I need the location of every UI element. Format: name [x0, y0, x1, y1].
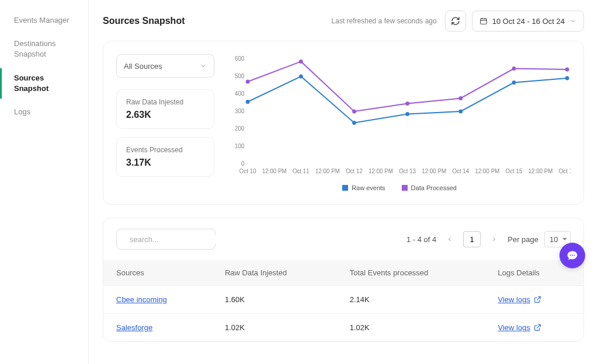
source-link[interactable]: Salesforge: [116, 323, 152, 332]
svg-point-28: [246, 80, 250, 84]
svg-point-33: [512, 66, 516, 71]
cell-logs: View logs: [485, 286, 583, 314]
sources-table-card: 1 - 4 of 4 Per page 10: [103, 218, 584, 342]
sidebar-item-events-manager[interactable]: Events Manager: [0, 10, 88, 30]
svg-point-34: [565, 68, 569, 72]
chart-card: All Sources Raw Data Injested 2.63K Even…: [103, 41, 584, 205]
header-actions: Last refreshed a few seconds ago 10 Oct …: [332, 10, 584, 32]
view-logs-link[interactable]: View logs: [498, 295, 530, 304]
sidebar: Events Manager Destinations Snapshot Sou…: [0, 0, 89, 364]
cell-raw: 1.60K: [212, 286, 337, 314]
cell-logs: View logs: [485, 314, 583, 342]
stat-label: Events Processed: [126, 146, 204, 154]
chat-widget-button[interactable]: [559, 243, 585, 268]
svg-rect-0: [480, 19, 486, 24]
svg-point-30: [352, 110, 356, 114]
cell-source: Cbee incoming: [103, 286, 212, 314]
page-title: Sources Snapshot: [103, 16, 185, 26]
svg-text:400: 400: [235, 90, 245, 97]
svg-point-29: [299, 60, 303, 64]
date-range-label: 10 Oct 24 - 16 Oct 24: [492, 17, 565, 26]
legend-swatch: [342, 185, 348, 191]
search-input[interactable]: [130, 235, 228, 244]
svg-text:12:00 PM: 12:00 PM: [262, 168, 287, 174]
sidebar-item-destinations-snapshot[interactable]: Destinations Snapshot: [0, 34, 88, 64]
chart-left-column: All Sources Raw Data Injested 2.63K Even…: [116, 54, 214, 191]
svg-point-24: [405, 112, 409, 116]
refresh-icon: [451, 16, 460, 26]
svg-text:12:00 PM: 12:00 PM: [368, 168, 393, 174]
view-logs-link[interactable]: View logs: [498, 323, 530, 332]
svg-text:500: 500: [235, 73, 245, 79]
table-toolbar: 1 - 4 of 4 Per page 10: [103, 218, 583, 260]
stat-events-processed: Events Processed 3.17K: [116, 137, 214, 177]
source-filter-label: All Sources: [124, 62, 162, 71]
sidebar-item-logs[interactable]: Logs: [0, 102, 88, 122]
svg-text:300: 300: [235, 108, 245, 114]
main-content: Sources Snapshot Last refreshed a few se…: [89, 0, 598, 364]
col-raw: Raw Data Injested: [212, 260, 337, 286]
svg-text:12:00 PM: 12:00 PM: [315, 168, 340, 174]
svg-point-25: [458, 110, 463, 114]
stat-value: 2.63K: [126, 110, 204, 120]
svg-point-27: [565, 76, 569, 80]
cell-raw: 1.02K: [212, 314, 337, 342]
calendar-icon: [479, 17, 488, 25]
cell-total: 1.02K: [337, 314, 485, 342]
search-box[interactable]: [116, 229, 215, 250]
svg-text:12:00 PM: 12:00 PM: [475, 168, 500, 174]
next-page-button[interactable]: [486, 232, 502, 247]
svg-point-21: [246, 100, 250, 104]
sources-table: Sources Raw Data Injested Total Events p…: [103, 260, 583, 341]
cell-total: 2.14K: [337, 286, 485, 314]
svg-point-26: [512, 80, 516, 85]
chart-legend: Raw events Data Processed: [228, 184, 571, 191]
svg-point-38: [573, 255, 575, 256]
svg-text:Oct 15: Oct 15: [506, 168, 523, 174]
svg-text:Oct 10: Oct 10: [239, 168, 256, 174]
legend-label: Raw events: [352, 184, 385, 191]
col-total: Total Events processed: [337, 260, 485, 286]
cell-source: Salesforge: [103, 314, 212, 342]
chart-area: 0100200300400500600Oct 1012:00 PMOct 111…: [228, 54, 571, 191]
svg-point-36: [570, 255, 571, 256]
svg-text:Oct 14: Oct 14: [452, 168, 469, 174]
table-row: Salesforge 1.02K 1.02K View logs: [103, 314, 583, 342]
line-chart: 0100200300400500600Oct 1012:00 PMOct 111…: [228, 54, 571, 177]
col-sources: Sources: [103, 260, 212, 286]
chevron-down-icon: [200, 62, 207, 69]
svg-point-31: [405, 102, 409, 106]
svg-point-22: [299, 75, 303, 79]
source-filter-dropdown[interactable]: All Sources: [116, 54, 214, 78]
svg-point-23: [352, 121, 356, 125]
date-range-picker[interactable]: 10 Oct 24 - 16 Oct 24: [472, 10, 584, 32]
header-row: Sources Snapshot Last refreshed a few se…: [103, 10, 584, 32]
svg-text:Oct 16: Oct 16: [559, 168, 571, 174]
svg-text:100: 100: [235, 143, 245, 149]
stat-value: 3.17K: [126, 158, 204, 168]
stat-label: Raw Data Injested: [126, 98, 204, 106]
external-link-icon: [534, 324, 541, 331]
table-row: Cbee incoming 1.60K 2.14K View logs: [103, 286, 583, 314]
svg-text:12:00 PM: 12:00 PM: [422, 168, 446, 174]
source-link[interactable]: Cbee incoming: [116, 295, 167, 304]
prev-page-button[interactable]: [442, 232, 457, 247]
sidebar-item-sources-snapshot[interactable]: Sources Snapshot: [0, 68, 88, 99]
table-header-row: Sources Raw Data Injested Total Events p…: [103, 260, 583, 286]
chevron-left-icon: [446, 236, 453, 243]
last-refreshed-text: Last refreshed a few seconds ago: [332, 17, 437, 25]
chat-icon: [566, 250, 578, 261]
svg-text:Oct 13: Oct 13: [399, 168, 416, 174]
pagination: 1 - 4 of 4 Per page 10: [406, 231, 571, 247]
stat-raw-data: Raw Data Injested 2.63K: [116, 89, 214, 129]
svg-text:0: 0: [241, 160, 245, 167]
svg-point-37: [572, 255, 573, 256]
legend-swatch: [402, 185, 408, 191]
page-number-input[interactable]: [463, 231, 481, 247]
pagination-summary: 1 - 4 of 4: [406, 235, 436, 244]
refresh-button[interactable]: [445, 10, 466, 32]
legend-item-raw: Raw events: [342, 184, 385, 191]
svg-text:600: 600: [235, 55, 245, 62]
per-page-label: Per page: [507, 235, 538, 244]
chevron-down-icon: [569, 18, 576, 24]
